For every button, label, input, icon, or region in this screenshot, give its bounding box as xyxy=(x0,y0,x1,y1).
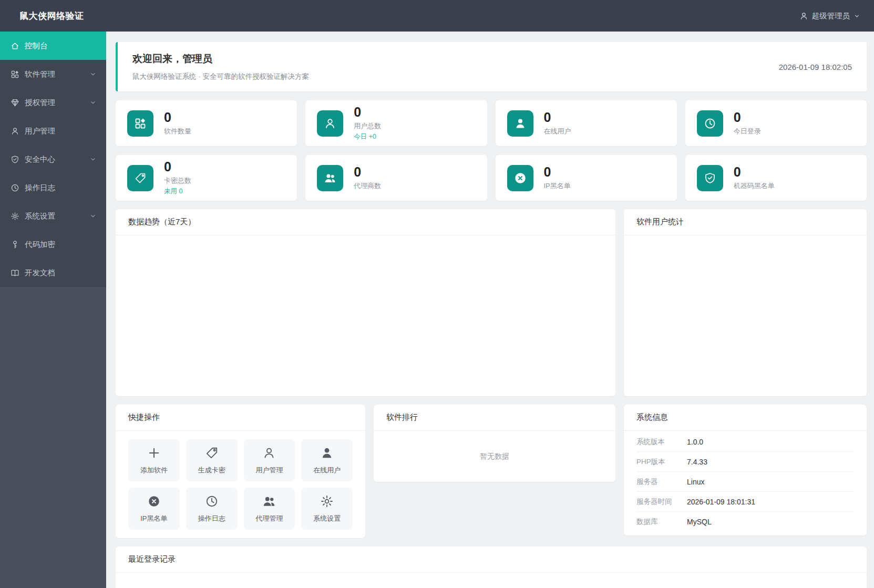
user-menu[interactable]: 超级管理员 xyxy=(799,11,874,21)
stat-label: 软件数量 xyxy=(164,127,191,136)
quick-add-software-button[interactable]: 添加软件 xyxy=(128,439,180,481)
info-value: Linux xyxy=(687,478,704,486)
stat-value: 0 xyxy=(544,165,571,179)
system-info-list: 系统版本 1.0.0 PHP版本 7.4.33 服务器 Linux 服务器时间 … xyxy=(624,431,867,535)
stat-label: 在线用户 xyxy=(544,127,571,136)
quick-actions-grid: 添加软件 生成卡密 用户管理 在线用户 IP黑名单 xyxy=(116,431,365,538)
sidebar-item-settings[interactable]: 系统设置 xyxy=(0,202,106,230)
info-value: 7.4.33 xyxy=(687,458,707,466)
system-info-row: PHP版本 7.4.33 xyxy=(636,452,854,472)
sidebar-item-label: 控制台 xyxy=(25,41,48,51)
welcome-title: 欢迎回来，管理员 xyxy=(132,52,309,66)
charts-row: 数据趋势（近7天） 软件用户统计 xyxy=(116,209,867,396)
software-ranking-panel: 软件排行 暂无数据 xyxy=(374,405,615,482)
stat-value: 0 xyxy=(734,110,761,124)
recent-logins-panel: 最近登录记录 xyxy=(116,546,867,588)
stat-value: 0 xyxy=(734,165,775,179)
stat-card-ip-blacklist: 0 IP黑名单 xyxy=(496,155,677,201)
stat-card-today-logins: 0 今日登录 xyxy=(685,100,867,146)
gear-icon xyxy=(11,212,19,221)
info-label: 服务器时间 xyxy=(636,497,687,507)
sidebar-item-label: 系统设置 xyxy=(25,211,55,221)
sidebar-item-label: 操作日志 xyxy=(25,183,55,193)
quick-action-label: IP黑名单 xyxy=(140,514,167,523)
plus-icon xyxy=(147,446,161,462)
user-icon xyxy=(799,12,808,20)
panel-title: 软件用户统计 xyxy=(624,209,867,235)
stat-card-agents: 0 代理商数 xyxy=(305,155,487,201)
user-solid-icon xyxy=(507,110,533,137)
sidebar-item-label: 代码加密 xyxy=(25,240,55,250)
bottom-row: 快捷操作 添加软件 生成卡密 用户管理 在线用户 xyxy=(116,405,867,538)
sidebar-item-label: 用户管理 xyxy=(25,126,55,136)
sidebar-item-dev-docs[interactable]: 开发文档 xyxy=(0,259,106,287)
clock-icon xyxy=(11,183,19,192)
sidebar-item-users[interactable]: 用户管理 xyxy=(0,117,106,145)
stat-label: 卡密总数 xyxy=(164,176,191,185)
quick-agent-management-button[interactable]: 代理管理 xyxy=(244,488,295,530)
stat-label: 代理商数 xyxy=(354,181,381,191)
quick-user-management-button[interactable]: 用户管理 xyxy=(244,439,295,481)
quick-logs-button[interactable]: 操作日志 xyxy=(186,488,238,530)
stat-card-card-keys: 0 卡密总数 未用 0 xyxy=(116,155,297,201)
users-icon xyxy=(262,494,276,510)
quick-system-settings-button[interactable]: 系统设置 xyxy=(301,488,353,530)
info-value: 2026-01-09 18:01:31 xyxy=(687,498,755,506)
quick-action-label: 用户管理 xyxy=(255,466,283,475)
main-content: 欢迎回来，管理员 鼠大侠网络验证系统 · 安全可靠的软件授权验证解决方案 202… xyxy=(106,32,874,588)
sidebar-item-label: 软件管理 xyxy=(25,69,55,79)
apps-icon xyxy=(127,110,153,137)
info-label: 数据库 xyxy=(636,517,687,527)
sidebar-item-label: 安全中心 xyxy=(25,154,55,164)
sidebar-item-dashboard[interactable]: 控制台 xyxy=(0,32,106,60)
apps-icon xyxy=(11,70,19,79)
sidebar-item-authorization[interactable]: 授权管理 xyxy=(0,88,106,117)
user-name: 超级管理员 xyxy=(812,11,850,21)
recent-logins-body xyxy=(116,573,867,588)
sidebar-menu: 控制台 软件管理 授权管理 用户管理 安全中心 操作日志 系统设置 xyxy=(0,32,106,287)
stat-sub-label: 今日 +0 xyxy=(354,132,381,141)
x-circle-icon xyxy=(507,165,533,191)
info-label: PHP版本 xyxy=(636,457,687,467)
system-info-row: 系统版本 1.0.0 xyxy=(636,432,854,452)
clock-icon xyxy=(697,110,723,137)
quick-action-label: 生成卡密 xyxy=(198,466,225,475)
tag-icon xyxy=(127,165,153,191)
stat-card-online-users: 0 在线用户 xyxy=(496,100,677,146)
sidebar-item-logs[interactable]: 操作日志 xyxy=(0,173,106,202)
stat-label: 用户总数 xyxy=(354,121,381,131)
stat-value: 0 xyxy=(354,165,381,179)
current-datetime: 2026-01-09 18:02:05 xyxy=(779,63,852,71)
stat-label: IP黑名单 xyxy=(544,181,571,191)
app-title: 鼠大侠网络验证 xyxy=(0,10,106,22)
welcome-subtitle: 鼠大侠网络验证系统 · 安全可靠的软件授权验证解决方案 xyxy=(132,72,309,81)
stat-value: 0 xyxy=(164,160,191,173)
user-icon xyxy=(317,110,343,137)
software-users-chart-panel: 软件用户统计 xyxy=(624,209,867,396)
chevron-down-icon xyxy=(89,212,97,220)
sidebar-item-code-encrypt[interactable]: 代码加密 xyxy=(0,230,106,259)
panel-title: 最近登录记录 xyxy=(116,546,867,573)
stats-row-2: 0 卡密总数 未用 0 0 代理商数 0 IP黑名单 0 机器码黑名单 xyxy=(116,155,867,201)
quick-online-users-button[interactable]: 在线用户 xyxy=(301,439,353,481)
shield-check-icon xyxy=(11,155,19,164)
stat-value: 0 xyxy=(354,105,381,119)
panel-title: 数据趋势（近7天） xyxy=(116,209,615,235)
clock-icon xyxy=(205,494,219,510)
panel-title: 软件排行 xyxy=(374,405,615,431)
stat-value: 0 xyxy=(544,110,571,124)
quick-generate-keys-button[interactable]: 生成卡密 xyxy=(186,439,238,481)
sidebar-filler xyxy=(0,287,106,588)
welcome-banner: 欢迎回来，管理员 鼠大侠网络验证系统 · 安全可靠的软件授权验证解决方案 202… xyxy=(116,42,867,91)
quick-ip-blacklist-button[interactable]: IP黑名单 xyxy=(128,488,180,530)
stats-row-1: 0 软件数量 0 用户总数 今日 +0 0 在线用户 0 今日登录 xyxy=(116,100,867,146)
sidebar-item-software[interactable]: 软件管理 xyxy=(0,60,106,88)
quick-action-label: 在线用户 xyxy=(313,466,341,475)
gem-icon xyxy=(11,98,19,107)
user-icon xyxy=(262,446,276,462)
chevron-down-icon xyxy=(89,99,97,106)
book-icon xyxy=(11,269,19,277)
sidebar-item-security[interactable]: 安全中心 xyxy=(0,145,106,173)
system-info-row: 服务器时间 2026-01-09 18:01:31 xyxy=(636,492,854,512)
top-header: 鼠大侠网络验证 超级管理员 xyxy=(0,0,874,32)
